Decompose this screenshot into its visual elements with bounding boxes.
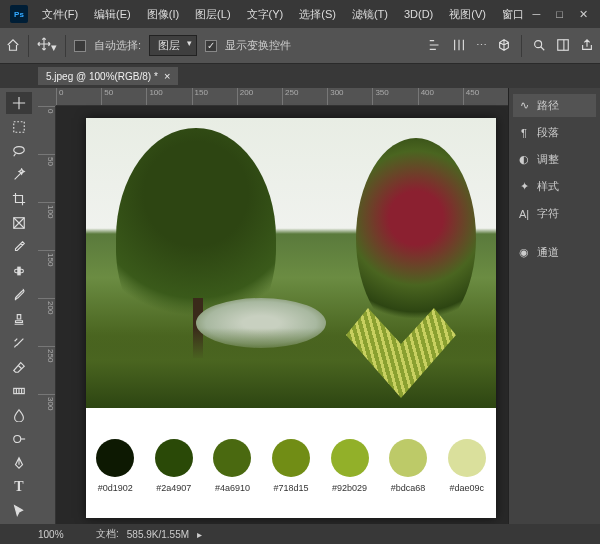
workspace-icon[interactable] [556,38,570,54]
styles-icon: ✦ [517,180,531,193]
canvas-document[interactable]: #0d1902 #2a4907 #4a6910 #718d15 #92b029 … [86,118,496,518]
right-panel-dock: ∿路径 ¶段落 ◐调整 ✦样式 A|字符 ◉通道 [508,88,600,524]
dodge-tool[interactable] [6,428,32,450]
frame-tool[interactable] [6,212,32,234]
status-bar: 100% 文档: 585.9K/1.55M ▸ [0,524,600,544]
canvas-area[interactable]: 050100150200250300350400450 050100150200… [38,88,508,524]
swatch-6: #bdca68 [389,439,427,493]
menu-image[interactable]: 图像(I) [139,7,187,22]
close-tab-icon[interactable]: × [164,70,170,82]
menu-file[interactable]: 文件(F) [34,7,86,22]
zoom-level[interactable]: 100% [38,529,88,540]
options-bar: ▾ 自动选择: 图层 显示变换控件 ⋯ [0,28,600,64]
brush-tool[interactable] [6,284,32,306]
adjust-icon: ◐ [517,153,531,166]
toolbox: T [0,88,38,524]
svg-rect-2 [14,122,25,133]
maximize-icon[interactable]: □ [556,8,563,21]
ruler-vertical[interactable]: 050100150200250300 [38,106,56,524]
eraser-tool[interactable] [6,356,32,378]
path-select-tool[interactable] [6,500,32,522]
panel-character[interactable]: A|字符 [513,202,596,225]
svg-point-6 [14,436,21,443]
pen-tool[interactable] [6,452,32,474]
paths-icon: ∿ [517,99,531,112]
swatch-7: #dae09c [448,439,486,493]
eyedropper-tool[interactable] [6,236,32,258]
show-transform-label: 显示变换控件 [225,38,291,53]
doc-size-value: 585.9K/1.55M [127,529,189,540]
show-transform-checkbox[interactable] [205,40,217,52]
marquee-tool[interactable] [6,116,32,138]
menu-text[interactable]: 文字(Y) [239,7,292,22]
close-icon[interactable]: ✕ [579,8,588,21]
heal-tool[interactable] [6,260,32,282]
stamp-tool[interactable] [6,308,32,330]
status-chevron-icon[interactable]: ▸ [197,529,202,540]
panel-adjust[interactable]: ◐调整 [513,148,596,171]
color-palette-strip: #0d1902 #2a4907 #4a6910 #718d15 #92b029 … [86,408,496,518]
move-tool[interactable] [6,92,32,114]
auto-select-label: 自动选择: [94,38,141,53]
menu-window[interactable]: 窗口 [494,7,532,22]
menu-layer[interactable]: 图层(L) [187,7,238,22]
blur-tool[interactable] [6,404,32,426]
photo-content [86,118,496,408]
share-icon[interactable] [580,38,594,54]
history-brush-tool[interactable] [6,332,32,354]
document-tab[interactable]: 5.jpeg @ 100%(RGB/8) * × [38,67,178,85]
panel-styles[interactable]: ✦样式 [513,175,596,198]
ruler-horizontal[interactable]: 050100150200250300350400450 [56,88,508,106]
panel-channels[interactable]: ◉通道 [513,241,596,264]
gradient-tool[interactable] [6,380,32,402]
document-tab-title: 5.jpeg @ 100%(RGB/8) * [46,71,158,82]
paragraph-icon: ¶ [517,127,531,139]
panel-paths[interactable]: ∿路径 [513,94,596,117]
overflow-icon[interactable]: ⋯ [476,39,487,52]
swatch-1: #0d1902 [96,439,134,493]
menu-select[interactable]: 选择(S) [291,7,344,22]
svg-point-0 [535,40,542,47]
app-logo-icon: Ps [10,5,28,23]
channels-icon: ◉ [517,246,531,259]
wand-tool[interactable] [6,164,32,186]
swatch-5: #92b029 [331,439,369,493]
menu-view[interactable]: 视图(V) [441,7,494,22]
lasso-tool[interactable] [6,140,32,162]
distribute-icon[interactable] [452,38,466,54]
titlebar: Ps 文件(F) 编辑(E) 图像(I) 图层(L) 文字(Y) 选择(S) 滤… [0,0,600,28]
crop-tool[interactable] [6,188,32,210]
home-icon[interactable] [6,38,20,54]
type-tool[interactable]: T [6,476,32,498]
ruler-origin[interactable] [38,88,56,106]
3d-mode-icon[interactable] [497,38,511,54]
swatch-3: #4a6910 [213,439,251,493]
menu-filter[interactable]: 滤镜(T) [344,7,396,22]
menu-edit[interactable]: 编辑(E) [86,7,139,22]
swatch-2: #2a4907 [155,439,193,493]
auto-select-target-dropdown[interactable]: 图层 [149,35,197,56]
minimize-icon[interactable]: ─ [533,8,541,21]
document-tab-strip: 5.jpeg @ 100%(RGB/8) * × [0,64,600,88]
auto-select-checkbox[interactable] [74,40,86,52]
move-tool-indicator-icon[interactable]: ▾ [37,37,57,54]
align-icon[interactable] [428,38,442,54]
menu-3d[interactable]: 3D(D) [396,8,441,20]
character-icon: A| [517,208,531,220]
swatch-4: #718d15 [272,439,310,493]
search-icon[interactable] [532,38,546,54]
svg-rect-1 [558,39,569,50]
doc-size-label: 文档: [96,527,119,541]
panel-paragraph[interactable]: ¶段落 [513,121,596,144]
